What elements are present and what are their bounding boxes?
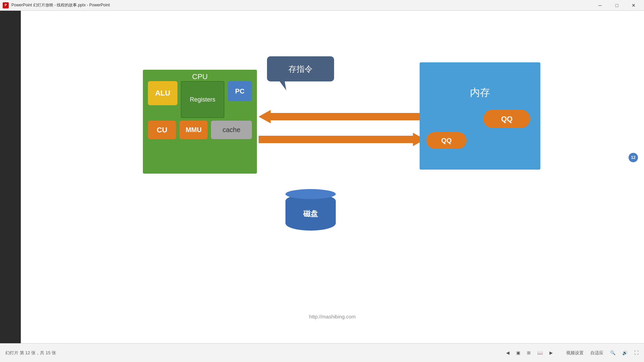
- arrow-right: [259, 133, 425, 146]
- status-bar-right: ◀ ▣ ⊞ 📖 ▶ 视频设置 自适应 🔍 🔊 ⛶: [506, 350, 639, 356]
- registers-component: Registers: [181, 81, 224, 118]
- watermark: http://mashibing.com: [309, 314, 356, 319]
- arrow-body-right: [259, 136, 413, 143]
- fullscreen-icon[interactable]: ⛶: [634, 350, 639, 355]
- speech-bubble-text: 存指令: [288, 64, 313, 74]
- window-title: PowerPoint 幻灯片放映 - 线程的故事.pptx - PowerPoi…: [11, 2, 110, 8]
- mmu-component: MMU: [179, 121, 208, 139]
- audio-icon[interactable]: 🔊: [622, 350, 628, 355]
- speech-bubble: 存指令: [267, 56, 334, 81]
- video-settings[interactable]: 视频设置: [566, 350, 584, 356]
- auto-fit[interactable]: 自适应: [590, 350, 603, 356]
- disk-cylinder: 磁盘: [285, 194, 336, 231]
- status-bar: 幻灯片 第 12 张，共 15 张 ◀ ▣ ⊞ 📖 ▶ 视频设置 自适应 🔍 🔊…: [0, 343, 644, 362]
- maximize-button[interactable]: □: [609, 0, 625, 11]
- reading-view-icon[interactable]: 📖: [537, 350, 543, 355]
- minimize-button[interactable]: ─: [592, 0, 608, 11]
- cpu-box: CPU ALU Registers PC: [143, 70, 257, 174]
- memory-box: 内存 QQ QQ: [420, 62, 540, 170]
- nav-next-icon[interactable]: ▶: [549, 350, 553, 355]
- arrow-left: [259, 110, 425, 123]
- disk-top-ellipse: [285, 189, 336, 199]
- title-bar: P PowerPoint 幻灯片放映 - 线程的故事.pptx - PowerP…: [0, 0, 644, 11]
- title-bar-left: P PowerPoint 幻灯片放映 - 线程的故事.pptx - PowerP…: [3, 2, 110, 8]
- slide-view-icon[interactable]: ▣: [516, 350, 520, 355]
- side-badge[interactable]: 12: [629, 153, 638, 162]
- arrowhead-left-icon: [259, 110, 271, 123]
- cu-component: CU: [148, 121, 176, 139]
- search-icon[interactable]: 🔍: [610, 350, 615, 355]
- nav-prev-icon[interactable]: ◀: [506, 350, 509, 355]
- cpu-label: CPU: [143, 70, 257, 81]
- grid-view-icon[interactable]: ⊞: [527, 350, 531, 355]
- qq-large: QQ: [483, 110, 530, 128]
- arrow-body-left: [271, 113, 425, 120]
- window-controls: ─ □ ✕: [592, 0, 641, 11]
- slide-content: CPU ALU Registers PC: [106, 26, 559, 328]
- disk-label: 磁盘: [303, 209, 318, 219]
- close-button[interactable]: ✕: [626, 0, 641, 11]
- cache-component: cache: [211, 121, 252, 139]
- slide-info: 幻灯片 第 12 张，共 15 张: [5, 350, 56, 356]
- pc-component: PC: [228, 81, 252, 101]
- powerpoint-icon: P: [3, 2, 9, 8]
- slide-area: CPU ALU Registers PC: [21, 11, 644, 343]
- left-sidebar: [0, 11, 21, 343]
- qq-small: QQ: [426, 132, 467, 149]
- alu-component: ALU: [148, 81, 177, 105]
- disk-container: 磁盘: [285, 194, 336, 231]
- memory-label: 内存: [470, 86, 490, 100]
